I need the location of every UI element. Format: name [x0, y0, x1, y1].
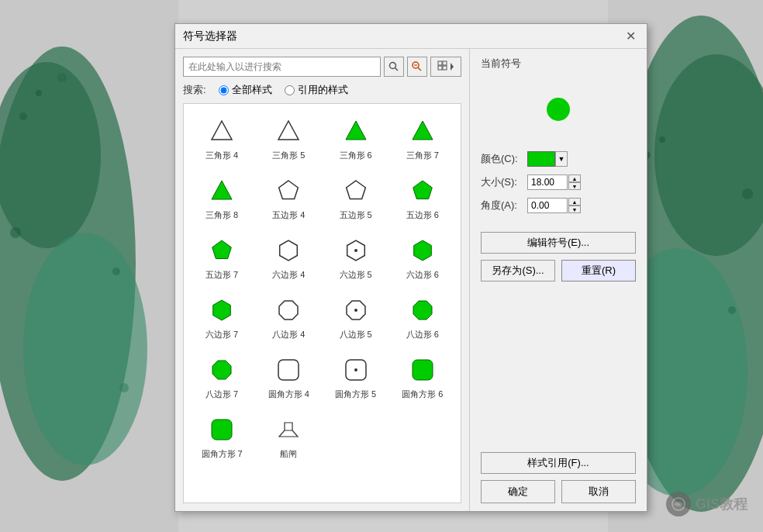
svg-marker-40 [213, 300, 231, 320]
symbol-label: 八边形 7 [205, 389, 238, 400]
style-ref-button[interactable]: 样式引用(F)... [481, 452, 636, 474]
color-swatch[interactable] [527, 151, 555, 167]
symbol-label: 八边形 4 [272, 329, 305, 340]
dialog-body: 搜索: 全部样式 引用的样式 三角形 4 三角形 5 三角形 6 [175, 49, 647, 511]
symbol-item[interactable]: 圆角方形 6 [391, 349, 454, 406]
filter-button[interactable] [407, 57, 427, 77]
cancel-button[interactable]: 取消 [561, 480, 636, 503]
symbol-item[interactable]: 五边形 5 [324, 170, 388, 226]
symbol-item[interactable]: 八边形 6 [391, 289, 454, 346]
symbol-item[interactable]: 五边形 4 [257, 170, 320, 226]
symbol-item[interactable]: 八边形 4 [257, 289, 320, 346]
grid-view-button[interactable] [430, 57, 461, 77]
symbol-item[interactable]: 圆角方形 4 [257, 349, 320, 406]
reset-button[interactable]: 重置(R) [561, 260, 636, 282]
symbol-item[interactable]: 六边形 7 [190, 289, 254, 346]
symbol-icon [206, 354, 237, 385]
symbol-label: 五边形 4 [272, 209, 305, 221]
size-input[interactable] [527, 174, 568, 190]
symbol-item[interactable]: 三角形 4 [190, 110, 254, 167]
symbol-label: 三角形 5 [272, 150, 305, 161]
symbol-icon [407, 235, 438, 266]
symbol-icon [273, 116, 304, 147]
symbol-label: 圆角方形 7 [202, 448, 243, 460]
symbol-item[interactable]: 六边形 4 [257, 230, 320, 286]
angle-row: 角度(A): ▲ ▼ [481, 198, 636, 213]
radio-all-label: 全部样式 [232, 83, 272, 97]
symbol-label: 圆角方形 6 [402, 389, 443, 400]
confirm-row: 确定 取消 [481, 480, 636, 503]
svg-marker-35 [212, 240, 232, 259]
angle-up-button[interactable]: ▲ [568, 198, 581, 206]
symbol-icon [206, 175, 237, 206]
svg-marker-41 [279, 301, 298, 320]
symbol-item[interactable]: 五边形 6 [391, 170, 454, 226]
save-reset-row: 另存为(S)... 重置(R) [481, 260, 636, 282]
svg-point-13 [659, 136, 665, 143]
radio-all-styles[interactable]: 全部样式 [219, 83, 272, 97]
radio-row: 搜索: 全部样式 引用的样式 [183, 83, 461, 97]
save-as-button[interactable]: 另存为(S)... [481, 260, 555, 282]
svg-marker-39 [414, 240, 432, 261]
symbol-label: 六边形 5 [340, 269, 372, 281]
radio-ref-label: 引用的样式 [298, 83, 348, 97]
size-down-button[interactable]: ▼ [568, 182, 581, 190]
symbol-icon [273, 414, 304, 445]
symbol-icon [206, 414, 237, 445]
symbol-item[interactable]: 八边形 7 [190, 349, 254, 406]
symbol-label: 五边形 6 [406, 209, 439, 221]
search-input[interactable] [183, 57, 381, 77]
symbol-label: 八边形 5 [340, 329, 372, 340]
angle-input[interactable] [527, 198, 568, 213]
symbol-label: 五边形 7 [205, 269, 238, 281]
size-up-button[interactable]: ▲ [568, 174, 581, 182]
symbol-item[interactable]: 船闸 [257, 409, 320, 465]
symbol-icon [407, 354, 438, 385]
symbol-item[interactable]: 六边形 5 [324, 230, 388, 286]
search-label: 搜索: [183, 83, 206, 97]
svg-point-16 [742, 188, 753, 199]
symbol-item[interactable]: 五边形 7 [190, 230, 254, 286]
symbol-grid-container[interactable]: 三角形 4 三角形 5 三角形 6 三角形 7 三角形 8 五边形 4 五边形 … [183, 103, 461, 503]
symbol-label: 三角形 8 [205, 209, 238, 221]
symbol-label: 八边形 6 [406, 329, 439, 340]
close-button[interactable]: ✕ [622, 28, 639, 45]
confirm-button[interactable]: 确定 [481, 480, 555, 503]
symbol-item[interactable]: 三角形 8 [190, 170, 254, 226]
symbol-item[interactable]: 三角形 6 [324, 110, 388, 167]
svg-line-18 [395, 68, 399, 71]
symbol-item[interactable]: 圆角方形 7 [190, 409, 254, 465]
symbol-icon [340, 175, 371, 206]
svg-point-4 [36, 90, 42, 96]
symbol-icon [206, 235, 237, 266]
angle-spinners: ▲ ▼ [568, 198, 581, 213]
preview-area [481, 78, 636, 140]
symbol-label: 三角形 7 [406, 150, 439, 161]
symbol-item[interactable]: 圆角方形 5 [324, 349, 388, 406]
svg-line-20 [418, 67, 421, 71]
symbol-label: 三角形 4 [205, 150, 238, 161]
symbol-label: 五边形 5 [340, 209, 372, 221]
symbol-icon [206, 116, 237, 147]
symbol-item[interactable]: 三角形 5 [257, 110, 320, 167]
size-row: 大小(S): ▲ ▼ [481, 174, 636, 190]
radio-ref-styles[interactable]: 引用的样式 [285, 83, 348, 97]
svg-marker-44 [413, 301, 432, 320]
watermark: GIS教程 [666, 492, 747, 516]
search-button[interactable] [384, 57, 404, 77]
color-dropdown[interactable]: ▼ [555, 151, 568, 167]
symbol-selector-dialog: 符号选择器 ✕ [174, 23, 647, 512]
symbol-icon [407, 175, 438, 206]
svg-point-2 [23, 233, 147, 465]
symbol-item[interactable]: 三角形 7 [391, 110, 454, 167]
left-panel: 搜索: 全部样式 引用的样式 三角形 4 三角形 5 三角形 6 [175, 49, 470, 511]
symbol-item[interactable]: 八边形 5 [324, 289, 388, 346]
angle-down-button[interactable]: ▼ [568, 206, 581, 213]
symbol-item[interactable]: 六边形 6 [391, 230, 454, 286]
color-row: 颜色(C): ▼ [481, 151, 636, 167]
size-spinners: ▲ ▼ [568, 174, 581, 190]
svg-marker-26 [451, 63, 454, 71]
preview-dot [547, 98, 570, 121]
watermark-logo [666, 492, 691, 516]
edit-symbol-button[interactable]: 编辑符号(E)... [481, 232, 636, 254]
